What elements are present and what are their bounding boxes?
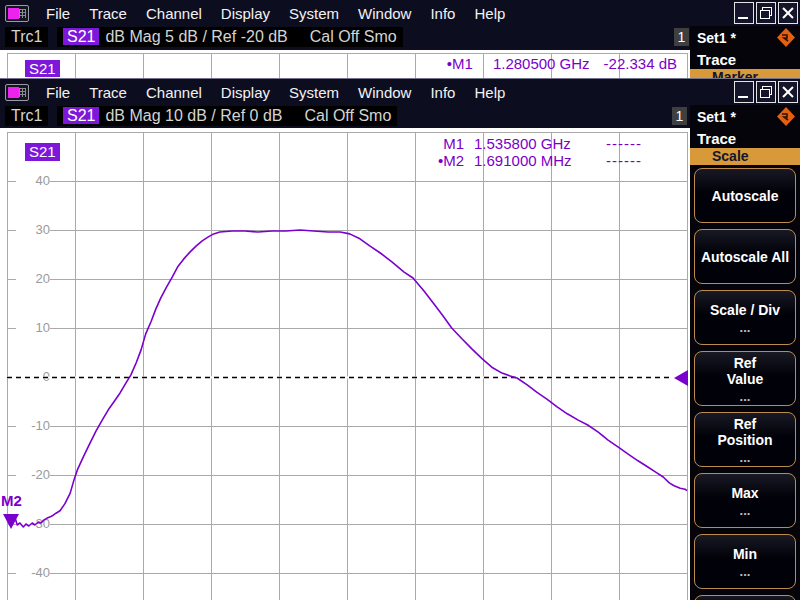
trace-settings-box[interactable]: S21dB Mag 5 dB / Ref -20 dBCal Off Smo — [57, 27, 403, 47]
menu-window[interactable]: Window — [350, 2, 419, 25]
diagram-area: 40 30 20 10 0 -10 -20 -30 -40 S21 M1 1.5… — [0, 128, 690, 600]
back-window-controls — [734, 2, 798, 24]
y-tick-n20: -20 — [16, 466, 50, 483]
marker-level-placeholder: ------ — [606, 135, 660, 152]
ellipsis: ... — [740, 321, 751, 334]
softkey-label: Min — [733, 546, 757, 562]
menu-channel[interactable]: Channel — [138, 81, 210, 104]
y-tick-0: 0 — [16, 368, 50, 385]
channel-number-badge: 1 — [672, 107, 687, 125]
softkey-ref-value[interactable]: RefValue... — [694, 351, 796, 406]
rs-logo-icon — [776, 106, 796, 127]
front-softkey-panel: Set1 * Trace Scale Autoscale Autoscale A… — [690, 105, 800, 600]
display-screen-glyph — [8, 8, 19, 19]
cal-state: Cal Off Smo — [310, 28, 397, 45]
menu-channel[interactable]: Channel — [138, 2, 210, 25]
menu-system[interactable]: System — [281, 2, 347, 25]
softkey-label: Autoscale — [712, 188, 779, 204]
meas-parameter-chip: S21 — [63, 107, 99, 124]
back-trace-info-bar: Trc1 S21dB Mag 5 dB / Ref -20 dBCal Off … — [0, 26, 800, 49]
marker-level-placeholder: ------ — [606, 152, 660, 169]
front-setup-row: Set1 * — [690, 105, 800, 128]
restore-icon[interactable] — [756, 81, 776, 103]
y-tick-n30: -30 — [16, 515, 50, 532]
marker-name: M1 — [420, 135, 464, 152]
softkey-autoscale[interactable]: Autoscale — [694, 168, 796, 223]
menu-file[interactable]: File — [38, 81, 78, 104]
y-tick-n40: -40 — [16, 564, 50, 581]
y-tick-30: 30 — [16, 221, 50, 238]
menu-trace[interactable]: Trace — [81, 81, 135, 104]
front-window-menu: File Trace Channel Display System Window… — [38, 81, 513, 104]
restore-icon[interactable] — [756, 2, 776, 24]
menu-display[interactable]: Display — [213, 81, 278, 104]
menu-help[interactable]: Help — [466, 2, 513, 25]
y-tick-10: 10 — [16, 319, 50, 336]
rs-logo-icon — [776, 27, 796, 48]
menu-trace[interactable]: Trace — [81, 2, 135, 25]
marker-name: •M1 — [447, 55, 473, 72]
back-window-menubar: File Trace Channel Display System Window… — [0, 0, 800, 26]
trace-settings-box[interactable]: S21dB Mag 10 dB / Ref 0 dBCal Off Smo — [57, 106, 397, 126]
softkey-partial[interactable] — [694, 595, 796, 600]
back-setup-row: Set1 * — [690, 26, 800, 49]
softkey-group-label: Trace — [690, 49, 800, 69]
back-window-menu: File Trace Channel Display System Window… — [38, 2, 513, 25]
marker-readout-table: M1 1.535800 GHz ------ •M2 1.691000 MHz … — [420, 135, 660, 169]
softkey-max[interactable]: Max... — [694, 473, 796, 528]
trace-name-box[interactable]: Trc1 — [5, 106, 48, 126]
softkey-label: Ref — [734, 355, 757, 371]
softkey-autoscale-all[interactable]: Autoscale All — [694, 229, 796, 284]
plot-grid — [7, 132, 688, 600]
menu-info[interactable]: Info — [422, 2, 463, 25]
softkey-label: Max — [731, 485, 758, 501]
marker-frequency: 1.691000 MHz — [474, 152, 586, 169]
marker-name: •M2 — [420, 152, 464, 169]
back-marker-readout: •M1 1.280500 GHz -22.334 dB — [447, 55, 677, 72]
menu-window[interactable]: Window — [350, 81, 419, 104]
menu-file[interactable]: File — [38, 2, 78, 25]
front-window-controls — [734, 81, 798, 103]
back-plot-area: S21 •M1 1.280500 GHz -22.334 dB — [0, 50, 690, 78]
display-grid-glyph — [19, 88, 26, 97]
back-plot-trace-label: S21 — [25, 60, 60, 77]
softkey-min[interactable]: Min... — [694, 534, 796, 589]
front-window-menubar: File Trace Channel Display System Window… — [0, 79, 800, 105]
y-tick-20: 20 — [16, 270, 50, 287]
softkey-list: Autoscale Autoscale All Scale / Div... R… — [690, 165, 800, 600]
menu-display[interactable]: Display — [213, 2, 278, 25]
marker-frequency: 1.280500 GHz — [493, 55, 590, 72]
minimize-icon[interactable] — [734, 2, 754, 24]
menu-info[interactable]: Info — [422, 81, 463, 104]
softkey-tab-scale[interactable]: Scale — [690, 148, 800, 165]
plot-trace-label: S21 — [25, 143, 60, 161]
channel-number-badge: 1 — [674, 28, 689, 46]
y-tick-n10: -10 — [16, 417, 50, 434]
marker-row-m1: M1 1.535800 GHz ------ — [420, 135, 660, 152]
softkey-ref-position[interactable]: RefPosition... — [694, 412, 796, 467]
display-grid-glyph — [19, 9, 26, 18]
app-system-menu-icon[interactable] — [5, 84, 29, 101]
softkey-scale-div[interactable]: Scale / Div... — [694, 290, 796, 345]
meas-parameter-chip: S21 — [63, 28, 99, 45]
softkey-group-label: Trace — [690, 128, 800, 148]
front-window: File Trace Channel Display System Window… — [0, 78, 800, 600]
softkey-label: Scale / Div — [710, 302, 780, 318]
marker-level: -22.334 dB — [604, 55, 677, 72]
app-system-menu-icon[interactable] — [5, 5, 29, 22]
close-icon[interactable] — [778, 81, 798, 103]
cal-state: Cal Off Smo — [304, 107, 391, 124]
minimize-icon[interactable] — [734, 81, 754, 103]
menu-help[interactable]: Help — [466, 81, 513, 104]
softkey-label: Ref — [734, 416, 757, 432]
back-softkey-panel: Set1 * Trace Marker — [690, 26, 800, 78]
ellipsis: ... — [740, 390, 751, 403]
menu-system[interactable]: System — [281, 81, 347, 104]
close-icon[interactable] — [778, 2, 798, 24]
marker-row-m2: •M2 1.691000 MHz ------ — [420, 152, 660, 169]
ellipsis: ... — [740, 565, 751, 578]
front-trace-info-bar: Trc1 S21dB Mag 10 dB / Ref 0 dBCal Off S… — [0, 105, 800, 128]
ellipsis: ... — [740, 451, 751, 464]
trace-name-box[interactable]: Trc1 — [5, 27, 48, 47]
marker-m2-flag-label: M2 — [1, 492, 22, 509]
